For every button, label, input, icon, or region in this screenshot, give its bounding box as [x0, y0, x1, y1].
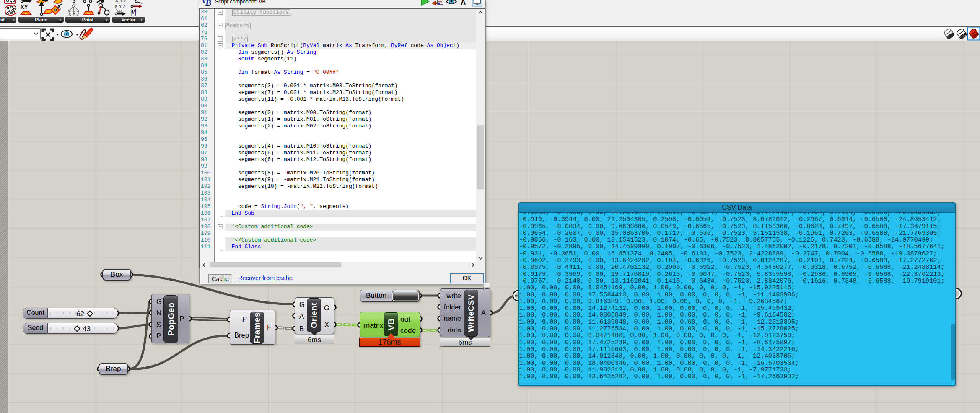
svg-text:62: 62 [76, 310, 84, 318]
svg-text:B: B [205, 0, 211, 8]
svg-text:43: 43 [83, 325, 91, 333]
svg-text:A: A [461, 0, 466, 6]
